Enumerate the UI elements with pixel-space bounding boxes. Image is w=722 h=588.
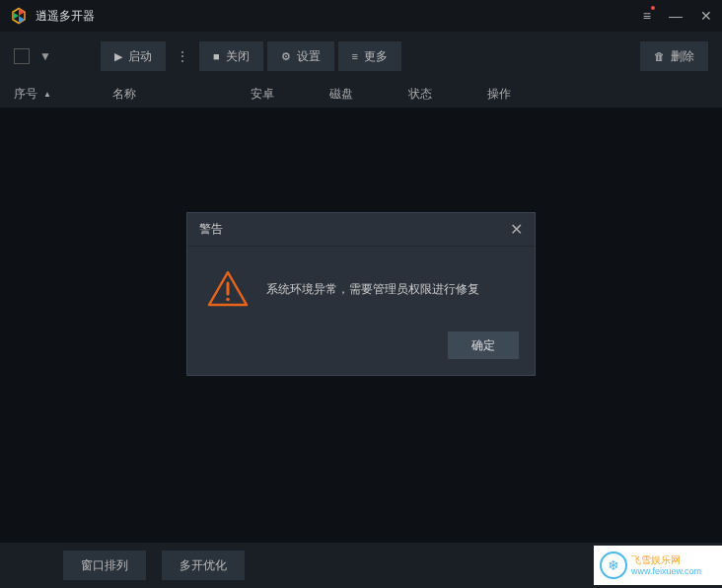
dialog-message: 系统环境异常，需要管理员权限进行修复 <box>266 280 479 298</box>
warning-triangle-icon <box>207 270 249 308</box>
dialog-ok-button[interactable]: 确定 <box>448 331 519 359</box>
dialog-footer: 确定 <box>187 324 535 375</box>
svg-point-1 <box>226 298 230 302</box>
warning-dialog: 警告 ✕ 系统环境异常，需要管理员权限进行修复 确定 <box>186 212 536 376</box>
modal-overlay: 警告 ✕ 系统环境异常，需要管理员权限进行修复 确定 <box>0 0 722 588</box>
dialog-header: 警告 ✕ <box>187 213 535 247</box>
dialog-close-button[interactable]: ✕ <box>510 220 523 239</box>
dialog-title: 警告 <box>199 221 223 238</box>
dialog-body: 系统环境异常，需要管理员权限进行修复 <box>187 247 535 324</box>
